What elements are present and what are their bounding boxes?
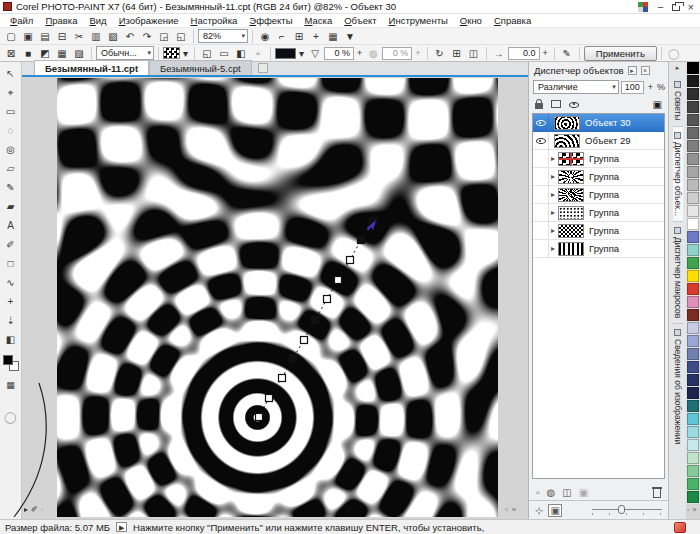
save-icon[interactable]: ▤: [37, 29, 53, 44]
palette-swatch[interactable]: [687, 218, 699, 230]
color-proof-icon[interactable]: [638, 2, 649, 12]
expander-icon[interactable]: ▸: [551, 172, 555, 181]
palette-swatch[interactable]: [687, 244, 699, 256]
brush-settings-icon[interactable]: ✎: [559, 46, 575, 61]
expander-icon[interactable]: ▸: [551, 154, 555, 163]
open-icon[interactable]: ▣: [20, 29, 36, 44]
palette-swatch[interactable]: [687, 257, 699, 269]
palette-swatch[interactable]: [687, 478, 699, 490]
expand-icon[interactable]: »: [692, 506, 696, 513]
palette-swatch[interactable]: [687, 348, 699, 360]
pen-icon[interactable]: ✐: [31, 505, 38, 514]
menu-item[interactable]: Объект: [338, 15, 382, 26]
page-icon[interactable]: ▫: [687, 506, 689, 513]
tab-macro-manager[interactable]: Диспетчер макросов: [673, 222, 683, 324]
stepper-plus-icon[interactable]: +: [413, 48, 422, 58]
export-icon[interactable]: ◱: [173, 29, 189, 44]
palette-swatch[interactable]: [687, 322, 699, 334]
palette-swatch[interactable]: [687, 400, 699, 412]
expander-icon[interactable]: ▸: [551, 244, 555, 253]
pick-tool[interactable]: ↖: [2, 64, 20, 83]
foreground-color-swatch[interactable]: [3, 355, 13, 365]
layer-merge-mode-combo[interactable]: Различие ▾: [533, 80, 619, 94]
paste-icon[interactable]: ▧: [105, 29, 121, 44]
docker-flyout-button[interactable]: ▸: [628, 66, 637, 75]
palette-swatch[interactable]: [687, 374, 699, 386]
undo-icon[interactable]: ↶: [122, 29, 138, 44]
mirror-icon[interactable]: ◫: [466, 46, 482, 61]
tab-hints[interactable]: Советы: [673, 76, 683, 127]
clone-tool[interactable]: ▱: [2, 159, 20, 178]
eye-icon[interactable]: [536, 118, 546, 127]
palette-swatch[interactable]: [687, 192, 699, 204]
redo-icon[interactable]: ↷: [139, 29, 155, 44]
rectangle-tool[interactable]: □: [2, 254, 20, 273]
delete-icon[interactable]: [653, 489, 661, 498]
restore-button[interactable]: [672, 1, 680, 13]
palette-swatch[interactable]: [687, 62, 699, 74]
stepper-plus-icon[interactable]: +: [541, 48, 550, 58]
eraser-tool[interactable]: ▰: [2, 197, 20, 216]
edit-across-layers-icon[interactable]: ▣: [548, 504, 561, 517]
opacity-slider[interactable]: [592, 505, 662, 515]
grid-icon[interactable]: ⊞: [291, 29, 307, 44]
visibility-cell[interactable]: [533, 186, 549, 204]
snap-icon[interactable]: +: [308, 29, 324, 44]
menu-item[interactable]: Вид: [83, 15, 112, 26]
new-object-icon[interactable]: ▫: [536, 487, 540, 498]
angle-input[interactable]: 0.0: [508, 47, 540, 60]
apply-target-icon[interactable]: ▫: [250, 46, 266, 61]
tab-image-info[interactable]: Сведения об изображении: [673, 324, 683, 449]
palette-swatch[interactable]: [687, 75, 699, 87]
tab-document-1[interactable]: Безымянный-11.cpt: [34, 60, 149, 75]
apply-to-both-icon[interactable]: ◧: [233, 46, 249, 61]
eyedropper-tool[interactable]: ⇣: [2, 311, 20, 330]
expander-icon[interactable]: ▸: [551, 190, 555, 199]
layer-row[interactable]: ▸ Группа: [533, 204, 664, 222]
palette-swatch[interactable]: [687, 205, 699, 217]
palette-swatch[interactable]: [687, 166, 699, 178]
page-icon[interactable]: ▫: [41, 505, 44, 514]
palette-swatch[interactable]: [687, 465, 699, 477]
new-document-icon[interactable]: ▢: [3, 29, 19, 44]
merge-mode-combo[interactable]: Обычн... ▾: [96, 46, 154, 60]
fountain-transparency-icon[interactable]: ◩: [37, 46, 53, 61]
palette-swatch[interactable]: [687, 387, 699, 399]
menu-item[interactable]: Эффекты: [243, 15, 298, 26]
zoom-level-combo[interactable]: 82% ▾: [198, 29, 248, 43]
print-icon[interactable]: ⊟: [54, 29, 70, 44]
menu-item[interactable]: Маска: [299, 15, 339, 26]
layer-row[interactable]: Объект 30: [533, 114, 664, 132]
docker-close-button[interactable]: ×: [641, 66, 650, 75]
new-lens-icon[interactable]: ◍: [547, 487, 556, 498]
minimize-button[interactable]: −: [657, 1, 663, 13]
texture-transparency-icon[interactable]: ▨: [71, 46, 87, 61]
expand-icon[interactable]: »: [512, 505, 516, 514]
no-transparency-icon[interactable]: ⊠: [3, 46, 19, 61]
visibility-cell[interactable]: [533, 114, 549, 132]
tab-object-manager[interactable]: Диспетчер объек...: [673, 127, 683, 222]
mask-transform-tool[interactable]: ⌖: [2, 83, 20, 102]
palette-swatch[interactable]: [687, 270, 699, 282]
start-transparency-input[interactable]: 0 %: [324, 47, 354, 60]
curve-tool[interactable]: ∿: [2, 273, 20, 292]
visibility-cell[interactable]: [533, 204, 549, 222]
pattern-picker[interactable]: [163, 47, 180, 59]
menu-item[interactable]: Изображение: [113, 15, 185, 26]
rectangle-mask-tool[interactable]: ▭: [2, 102, 20, 121]
expander-icon[interactable]: ▸: [551, 226, 555, 235]
new-tab-button[interactable]: [258, 63, 268, 73]
visibility-cell[interactable]: [533, 168, 549, 186]
palette-swatch[interactable]: [687, 439, 699, 451]
lock-transparency-icon[interactable]: [535, 103, 543, 109]
menu-item[interactable]: Правка: [39, 15, 83, 26]
show-hide-icon[interactable]: [569, 100, 579, 109]
stepper-plus-icon[interactable]: +: [355, 48, 364, 58]
apply-button[interactable]: Применить: [584, 46, 657, 61]
launch-icon[interactable]: ▼: [342, 29, 358, 44]
palette-swatch[interactable]: [687, 452, 699, 464]
image-canvas[interactable]: [57, 78, 498, 517]
cut-icon[interactable]: ✂: [71, 29, 87, 44]
transparency-color-swatch[interactable]: [275, 48, 296, 59]
layer-row[interactable]: ▸ Группа: [533, 150, 664, 168]
